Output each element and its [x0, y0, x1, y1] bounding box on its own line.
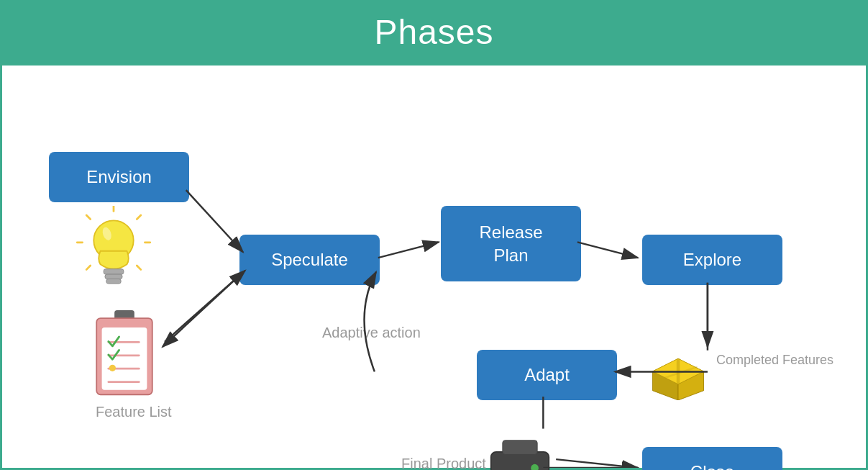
adaptive-action-label: Adaptive action: [322, 323, 421, 342]
svg-rect-8: [104, 269, 124, 274]
header: Phases: [0, 0, 868, 63]
svg-rect-9: [105, 274, 122, 279]
svg-line-3: [86, 266, 91, 270]
clipboard-icon: [88, 310, 160, 397]
final-product-label: Final Product: [401, 454, 486, 470]
page-title: Phases: [374, 12, 493, 52]
svg-line-44: [556, 459, 638, 468]
printer-icon: [484, 433, 556, 470]
svg-line-34: [186, 190, 243, 252]
svg-rect-29: [503, 440, 537, 455]
envision-box: Envision: [49, 152, 189, 202]
completed-features-label: Completed Features: [716, 352, 833, 369]
close-box: Close: [642, 447, 782, 470]
svg-point-19: [109, 365, 116, 371]
feature-list-label: Feature List: [96, 402, 172, 421]
svg-line-35: [165, 271, 245, 342]
svg-line-38: [577, 242, 638, 258]
svg-line-37: [378, 242, 439, 258]
speculate-box: Speculate: [239, 235, 380, 285]
explore-box: Explore: [642, 235, 782, 285]
main-content: Envision Speculate Release Plan Explore …: [0, 63, 868, 470]
svg-rect-10: [106, 279, 121, 284]
lightbulb-icon: [74, 206, 153, 292]
release-plan-box: Release Plan: [441, 206, 581, 281]
svg-line-4: [137, 215, 141, 220]
svg-line-6: [137, 266, 141, 270]
svg-line-1: [86, 215, 91, 220]
svg-line-36: [163, 276, 239, 347]
adapt-box: Adapt: [477, 350, 617, 400]
package-icon: [646, 343, 711, 400]
svg-rect-15: [102, 327, 147, 390]
